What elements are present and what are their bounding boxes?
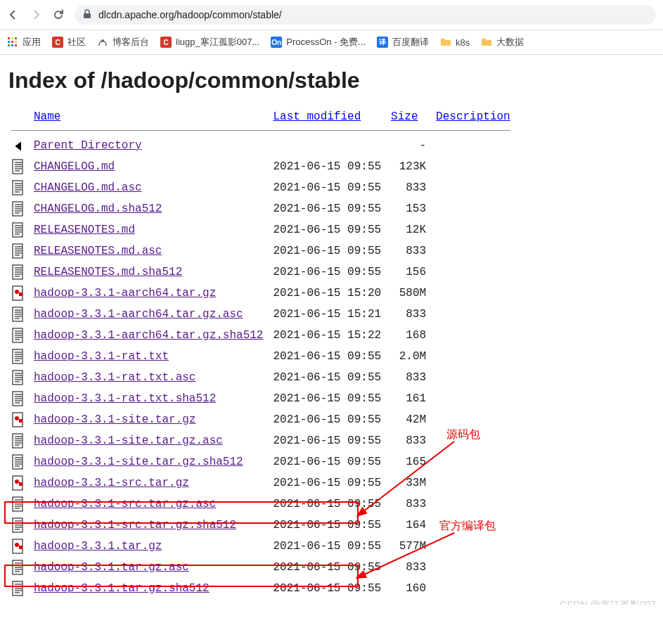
file-link[interactable]: hadoop-3.3.1-src.tar.gz [34,477,189,489]
file-size: 12K [388,219,433,240]
file-link[interactable]: hadoop-3.3.1-aarch64.tar.gz.sha512 [34,329,263,342]
header-description[interactable]: Description [436,110,510,123]
file-link[interactable]: hadoop-3.3.1-rat.txt.sha512 [34,392,216,405]
file-modified: 2021-06-15 09:55 [270,409,388,430]
bookmark-item[interactable]: 译百度翻译 [377,36,429,49]
header-name[interactable]: Name [34,110,60,123]
file-link[interactable]: RELEASENOTES.md [34,224,135,236]
bookmark-icon: On [271,37,282,48]
file-modified: 2021-06-15 09:55 [270,367,388,388]
file-modified: 2021-06-15 15:20 [270,283,388,304]
bookmark-label: liugp_寒江孤影007... [176,36,259,49]
text-file-icon [11,201,25,217]
apps-button[interactable]: 应用 [7,36,41,49]
url-input[interactable] [97,8,648,21]
file-modified: 2021-06-15 09:55 [270,536,388,557]
bookmark-icon: 译 [377,37,388,48]
file-link[interactable]: hadoop-3.3.1-site.tar.gz [34,413,195,426]
forward-button[interactable] [30,8,42,21]
back-button[interactable] [7,8,20,21]
file-size: 2.0M [388,346,433,367]
file-modified: 2021-06-15 09:55 [270,198,388,219]
file-size: 33M [388,472,433,494]
text-file-icon [11,454,25,470]
text-file-icon [11,180,25,195]
file-link[interactable]: hadoop-3.3.1-src.tar.gz.asc [34,498,216,510]
svg-rect-49 [19,292,22,296]
table-row: CHANGELOG.md.asc2021-06-15 09:55833 [8,177,517,198]
file-size: 833 [388,304,433,325]
table-row: CHANGELOG.md.sha5122021-06-15 09:55153 [8,198,517,219]
file-size: 833 [388,557,433,578]
svg-point-10 [101,39,104,42]
table-row: CHANGELOG.md2021-06-15 09:55123K [8,156,517,177]
header-modified[interactable]: Last modified [273,110,361,123]
apps-grid-icon [7,37,18,48]
parent-dir-link[interactable]: Parent Directory [34,139,142,152]
svg-point-96 [15,479,19,484]
file-size: 833 [388,430,433,451]
text-file-icon [11,517,25,533]
file-modified: 2021-06-15 09:55 [270,430,388,451]
archive-icon [11,285,25,301]
file-link[interactable]: hadoop-3.3.1-aarch64.tar.gz [34,287,216,300]
file-modified: 2021-06-15 09:55 [270,346,388,367]
file-link[interactable]: hadoop-3.3.1-rat.txt [34,350,169,363]
file-link[interactable]: hadoop-3.3.1-src.tar.gz.sha512 [34,519,236,532]
text-file-icon [11,433,25,449]
page-content: Index of /hadoop/common/stable Name Last… [0,55,663,605]
text-file-icon [11,264,25,280]
bookmark-item[interactable]: 大数据 [481,36,524,49]
bookmark-item[interactable]: Cliugp_寒江孤影007... [160,36,259,49]
table-row: hadoop-3.3.1-site.tar.gz.sha5122021-06-1… [8,451,517,472]
file-link[interactable]: RELEASENOTES.md.sha512 [34,266,182,278]
bookmark-label: 百度翻译 [392,36,429,49]
file-link[interactable]: hadoop-3.3.1.tar.gz.asc [34,561,189,574]
header-size[interactable]: Size [391,110,418,123]
file-modified: 2021-06-15 09:55 [270,156,388,177]
file-size: 156 [388,262,433,283]
address-bar[interactable] [75,5,656,25]
file-link[interactable]: CHANGELOG.md [34,160,115,173]
bookmark-label: k8s [456,37,470,48]
file-link[interactable]: hadoop-3.3.1-site.tar.gz.asc [34,434,223,447]
file-link[interactable]: RELEASENOTES.md.asc [34,245,162,257]
file-link[interactable]: CHANGELOG.md.sha512 [34,202,162,215]
reload-button[interactable] [52,8,65,21]
svg-rect-2 [11,37,13,39]
table-row: RELEASENOTES.md.sha5122021-06-15 09:5515… [8,262,517,283]
file-link[interactable]: CHANGELOG.md.asc [34,181,142,194]
table-row: hadoop-3.3.1-aarch64.tar.gz2021-06-15 15… [8,283,517,304]
bookmark-item[interactable]: OnProcessOn - 免费... [271,36,366,49]
file-size: 168 [388,325,433,346]
file-modified: 2021-06-15 09:55 [270,557,388,578]
file-size: 580M [388,283,433,304]
file-link[interactable]: hadoop-3.3.1.tar.gz.sha512 [34,582,210,595]
table-row: hadoop-3.3.1-aarch64.tar.gz.sha5122021-0… [8,325,517,346]
file-link[interactable]: hadoop-3.3.1.tar.gz [34,540,162,553]
apps-label: 应用 [22,36,41,49]
bookmark-label: ProcessOn - 免费... [286,36,366,49]
table-row: hadoop-3.3.1-site.tar.gz.asc2021-06-15 0… [8,430,517,451]
bookmark-icon [481,37,492,48]
text-file-icon [11,307,25,322]
table-row: hadoop-3.3.1.tar.gz.sha5122021-06-15 09:… [8,578,517,599]
file-modified: 2021-06-15 09:55 [270,177,388,198]
table-row: hadoop-3.3.1-src.tar.gz.sha5122021-06-15… [8,515,517,536]
file-modified: 2021-06-15 09:55 [270,240,388,262]
file-link[interactable]: hadoop-3.3.1-site.tar.gz.sha512 [34,456,243,468]
svg-rect-3 [15,37,17,39]
text-file-icon [11,243,25,259]
bookmark-label: 博客后台 [112,36,149,49]
svg-rect-0 [84,13,91,18]
file-link[interactable]: hadoop-3.3.1-rat.txt.asc [34,371,195,384]
bookmark-item[interactable]: k8s [440,37,470,48]
file-size: 153 [388,198,433,219]
text-file-icon [11,581,25,596]
bookmark-item[interactable]: 博客后台 [97,36,149,49]
file-modified: 2021-06-15 09:55 [270,219,388,240]
text-file-icon [11,391,25,406]
file-link[interactable]: hadoop-3.3.1-aarch64.tar.gz.asc [34,308,243,321]
bookmark-item[interactable]: C社区 [52,36,86,49]
file-modified: 2021-06-15 09:55 [270,451,388,472]
